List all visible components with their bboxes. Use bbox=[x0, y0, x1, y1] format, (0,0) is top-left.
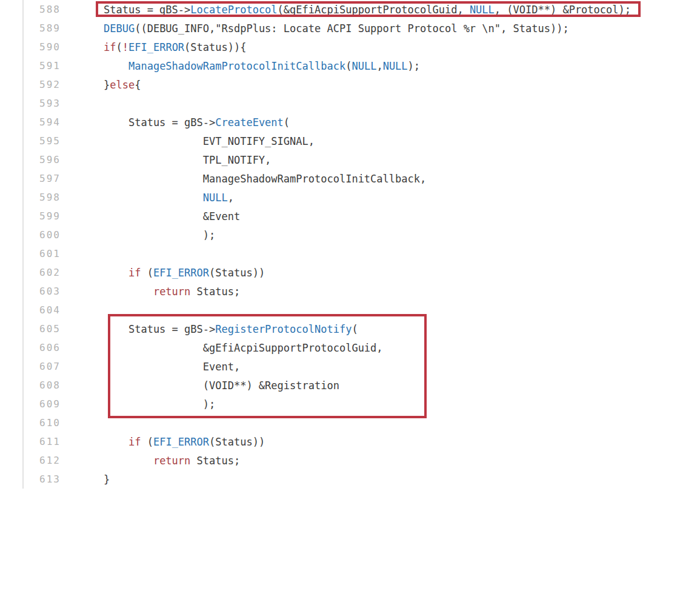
code-token: else bbox=[110, 79, 135, 91]
code-token: } bbox=[104, 473, 110, 486]
line-number: 600 bbox=[0, 229, 61, 241]
line-number: 596 bbox=[0, 154, 61, 165]
line-number: 612 bbox=[0, 455, 61, 466]
line-number: 590 bbox=[0, 41, 61, 53]
code-token: ( bbox=[141, 267, 153, 279]
code-text: if(!EFI_ERROR(Status)){ bbox=[104, 41, 246, 53]
code-token: NULL bbox=[470, 4, 495, 16]
code-lines: 588Status = gBS->LocateProtocol(&gEfiAcp… bbox=[0, 0, 700, 489]
code-token: &Event bbox=[104, 210, 240, 222]
code-token: RegisterProtocolNotify bbox=[215, 323, 352, 335]
code-token: Status = gBS-> bbox=[104, 323, 215, 335]
line-number: 589 bbox=[0, 22, 61, 34]
code-token: Status; bbox=[190, 455, 240, 467]
code-token: (VOID**) &Registration bbox=[104, 379, 339, 392]
code-text: Event, bbox=[104, 361, 240, 373]
code-text: return Status; bbox=[104, 455, 240, 467]
code-viewer-page: { "app": { "type": "code-viewer", "langu… bbox=[0, 0, 700, 608]
code-line: 592}else{ bbox=[0, 75, 700, 94]
code-token: return bbox=[153, 286, 190, 298]
line-number: 613 bbox=[0, 473, 61, 485]
code-token bbox=[104, 267, 128, 279]
code-token bbox=[104, 286, 153, 298]
code-text: ManageShadowRamProtocolInitCallback, bbox=[104, 173, 426, 185]
code-line: 591 ManageShadowRamProtocolInitCallback(… bbox=[0, 56, 700, 75]
line-number: 603 bbox=[0, 286, 61, 297]
code-line: 590if(!EFI_ERROR(Status)){ bbox=[0, 38, 700, 56]
code-text: DEBUG((DEBUG_INFO,"RsdpPlus: Locate ACPI… bbox=[104, 22, 569, 35]
code-text: Status = gBS->LocateProtocol(&gEfiAcpiSu… bbox=[104, 4, 631, 16]
line-number: 602 bbox=[0, 267, 61, 278]
line-number: 599 bbox=[0, 210, 61, 222]
code-text: if (EFI_ERROR(Status)) bbox=[104, 267, 265, 279]
code-text: TPL_NOTIFY, bbox=[104, 154, 271, 166]
code-line: 605 Status = gBS->RegisterProtocolNotify… bbox=[0, 319, 700, 338]
code-token: ( bbox=[116, 41, 122, 53]
line-number: 607 bbox=[0, 361, 61, 372]
code-token: ); bbox=[104, 229, 215, 241]
code-line: 589DEBUG((DEBUG_INFO,"RsdpPlus: Locate A… bbox=[0, 19, 700, 38]
code-token: Status; bbox=[190, 286, 240, 298]
code-line: 606 &gEfiAcpiSupportProtocolGuid, bbox=[0, 338, 700, 357]
code-token: ( bbox=[352, 323, 358, 335]
code-text: &gEfiAcpiSupportProtocolGuid, bbox=[104, 342, 383, 354]
code-line: 601 bbox=[0, 244, 700, 263]
code-token: Status = gBS-> bbox=[104, 4, 190, 16]
line-number: 591 bbox=[0, 60, 61, 72]
code-token: if bbox=[104, 41, 116, 53]
code-token: , (VOID**) &Protocol); bbox=[495, 4, 631, 16]
code-token: DEBUG bbox=[104, 22, 135, 35]
line-number: 610 bbox=[0, 417, 61, 429]
code-token: ); bbox=[408, 60, 420, 72]
code-token: ManageShadowRamProtocolInitCallback bbox=[128, 60, 345, 72]
code-text: ); bbox=[104, 229, 215, 241]
code-token: Event, bbox=[104, 361, 240, 373]
code-text: } bbox=[104, 473, 110, 486]
code-token: } bbox=[104, 79, 110, 91]
code-line: 610 bbox=[0, 413, 700, 432]
code-text: ManageShadowRamProtocolInitCallback(NULL… bbox=[104, 60, 420, 72]
code-line: 597 ManageShadowRamProtocolInitCallback, bbox=[0, 169, 700, 188]
line-number: 606 bbox=[0, 342, 61, 353]
code-token bbox=[104, 436, 128, 448]
code-text: return Status; bbox=[104, 286, 240, 298]
code-token: CreateEvent bbox=[215, 116, 284, 129]
code-line: 596 TPL_NOTIFY, bbox=[0, 150, 700, 169]
code-token: ); bbox=[104, 398, 215, 410]
code-line: 588Status = gBS->LocateProtocol(&gEfiAcp… bbox=[0, 0, 700, 19]
code-token: ( bbox=[141, 436, 153, 448]
code-line: 593 bbox=[0, 94, 700, 113]
code-line: 600 ); bbox=[0, 225, 700, 244]
code-line: 595 EVT_NOTIFY_SIGNAL, bbox=[0, 132, 700, 150]
code-line: 613} bbox=[0, 470, 700, 489]
code-token: if bbox=[128, 436, 141, 448]
line-number: 595 bbox=[0, 135, 61, 147]
code-text: Status = gBS->CreateEvent( bbox=[104, 116, 290, 129]
code-line: 594 Status = gBS->CreateEvent( bbox=[0, 113, 700, 132]
code-token: (&gEfiAcpiSupportProtocolGuid, bbox=[278, 4, 470, 16]
code-token: (Status)){ bbox=[184, 41, 246, 53]
code-token: , bbox=[228, 192, 234, 204]
code-text: ); bbox=[104, 398, 215, 410]
line-number: 597 bbox=[0, 173, 61, 184]
code-line: 611 if (EFI_ERROR(Status)) bbox=[0, 432, 700, 451]
line-number: 609 bbox=[0, 398, 61, 410]
code-token: NULL bbox=[383, 60, 408, 72]
code-line: 607 Event, bbox=[0, 357, 700, 376]
code-text: Status = gBS->RegisterProtocolNotify( bbox=[104, 323, 358, 335]
code-token: ! bbox=[122, 41, 128, 53]
code-token: Status = gBS-> bbox=[104, 116, 215, 129]
code-token: if bbox=[128, 267, 141, 279]
code-text: if (EFI_ERROR(Status)) bbox=[104, 436, 265, 448]
code-line: 603 return Status; bbox=[0, 282, 700, 301]
code-token: (Status)) bbox=[209, 436, 265, 448]
code-text: &Event bbox=[104, 210, 240, 222]
code-token: ( bbox=[345, 60, 352, 72]
line-number: 592 bbox=[0, 79, 61, 90]
code-token: NULL bbox=[352, 60, 376, 72]
line-number: 611 bbox=[0, 436, 61, 447]
line-number: 598 bbox=[0, 192, 61, 203]
code-text: (VOID**) &Registration bbox=[104, 379, 339, 392]
code-line: 598 NULL, bbox=[0, 188, 700, 207]
code-token: ( bbox=[284, 116, 290, 129]
